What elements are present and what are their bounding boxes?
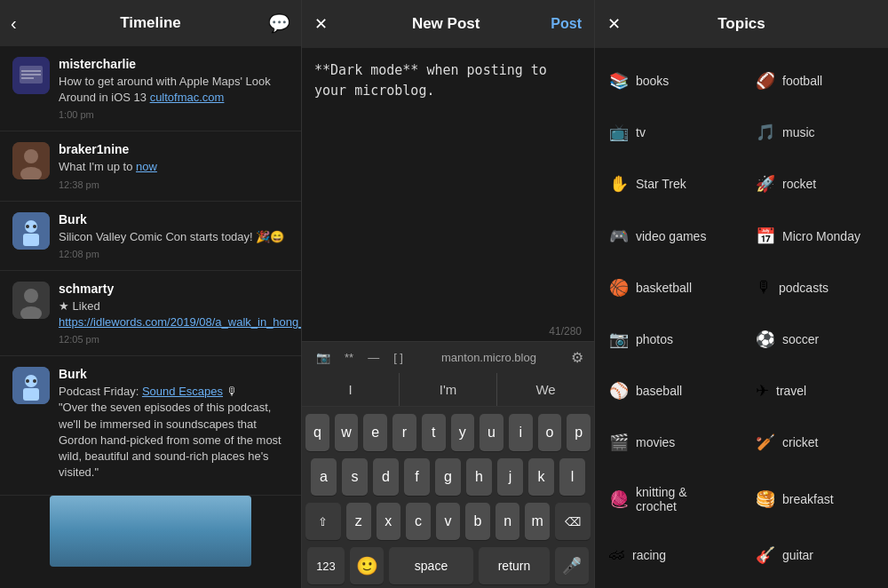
key-d[interactable]: d bbox=[373, 458, 399, 496]
char-count: 41/280 bbox=[302, 322, 594, 341]
topic-item-startrek[interactable]: ✋ Star Trek bbox=[595, 158, 741, 210]
topic-item-baseball[interactable]: ⚾ baseball bbox=[595, 365, 741, 417]
topic-item-micromonday[interactable]: 📅 Micro Monday bbox=[741, 211, 888, 262]
key-n[interactable]: n bbox=[496, 503, 520, 540]
topic-item-tv[interactable]: 📺 tv bbox=[595, 107, 741, 158]
keyboard-row-2: a s d f g h j k l bbox=[305, 458, 591, 496]
topic-item-guitar[interactable]: 🎸 guitar bbox=[741, 529, 888, 581]
list-item: Burk Podcast Friday: Sound Escapes 🎙 "Ov… bbox=[0, 356, 301, 496]
topic-label: music bbox=[782, 125, 815, 139]
post-toolbar: 📷 ** — [ ] manton.micro.blog ⚙ bbox=[302, 341, 594, 373]
topic-item-cricket[interactable]: 🏏 cricket bbox=[741, 417, 888, 468]
feed-time: 12:38 pm bbox=[59, 179, 289, 190]
key-b[interactable]: b bbox=[465, 503, 490, 540]
post-textarea[interactable]: **Dark mode** when posting to your micro… bbox=[302, 48, 594, 197]
topic-item-books[interactable]: 📚 books bbox=[595, 55, 741, 107]
return-key[interactable]: return bbox=[479, 547, 550, 584]
shift-key[interactable]: ⇧ bbox=[305, 503, 341, 540]
topic-emoji: 📺 bbox=[609, 123, 629, 142]
topics-header: ✕ Topics bbox=[595, 0, 888, 48]
topic-item-breakfast[interactable]: 🥞 breakfast bbox=[741, 469, 888, 529]
dash-button[interactable]: — bbox=[364, 349, 383, 366]
topic-item-movies[interactable]: 🎬 movies bbox=[595, 417, 741, 468]
topic-emoji: ✈ bbox=[756, 381, 769, 401]
topic-emoji: 🏀 bbox=[609, 278, 629, 298]
feed-link[interactable]: Sound Escapes bbox=[142, 385, 223, 398]
feed-username: mistercharlie bbox=[59, 57, 289, 71]
avatar bbox=[12, 57, 50, 94]
topic-emoji: 📅 bbox=[756, 226, 775, 246]
camera-button[interactable]: 📷 bbox=[313, 349, 334, 366]
key-v[interactable]: v bbox=[436, 503, 461, 540]
keyboard-bottom-row: 123 🙂 space return 🎤 bbox=[305, 547, 591, 584]
key-p[interactable]: p bbox=[567, 414, 591, 451]
feed-link[interactable]: cultofmac.com bbox=[150, 91, 225, 104]
key-e[interactable]: e bbox=[363, 414, 387, 451]
feed-time: 12:05 pm bbox=[59, 334, 301, 345]
avatar bbox=[12, 367, 50, 404]
key-i[interactable]: i bbox=[509, 414, 533, 451]
newpost-panel: ✕ New Post Post **Dark mode** when posti… bbox=[302, 0, 595, 588]
topic-label: baseball bbox=[636, 384, 682, 398]
topic-item-racing[interactable]: 🏎 racing bbox=[595, 529, 741, 581]
newpost-header: ✕ New Post Post bbox=[302, 0, 594, 48]
key-l[interactable]: l bbox=[559, 458, 585, 496]
feed-link[interactable]: https://idlewords.com/2019/08/a_walk_in_… bbox=[59, 315, 301, 329]
emoji-key[interactable]: 🙂 bbox=[350, 547, 384, 584]
topic-emoji: 🚀 bbox=[756, 174, 775, 194]
topic-item-podcasts[interactable]: 🎙 podcasts bbox=[741, 262, 888, 314]
feed-text: What I'm up to now bbox=[59, 159, 289, 175]
topic-item-football[interactable]: 🏈 football bbox=[741, 55, 888, 107]
mic-key[interactable]: 🎤 bbox=[555, 547, 589, 584]
topic-item-basketball[interactable]: 🏀 basketball bbox=[595, 262, 741, 314]
avatar bbox=[12, 142, 50, 179]
topic-emoji: 🎙 bbox=[756, 278, 772, 297]
topic-item-photos[interactable]: 📷 photos bbox=[595, 314, 741, 365]
topic-label: football bbox=[782, 74, 822, 88]
key-a[interactable]: a bbox=[311, 458, 337, 496]
key-y[interactable]: y bbox=[451, 414, 475, 451]
key-g[interactable]: g bbox=[435, 458, 461, 496]
key-x[interactable]: x bbox=[377, 503, 401, 540]
topic-item-rocket[interactable]: 🚀 rocket bbox=[741, 158, 888, 210]
key-q[interactable]: q bbox=[305, 414, 329, 451]
num-key[interactable]: 123 bbox=[307, 547, 345, 584]
key-c[interactable]: c bbox=[406, 503, 431, 540]
key-u[interactable]: u bbox=[480, 414, 503, 451]
key-s[interactable]: s bbox=[342, 458, 368, 496]
topic-item-music[interactable]: 🎵 music bbox=[741, 107, 888, 158]
key-w[interactable]: w bbox=[335, 414, 359, 451]
list-item: schmarty ★ Likedhttps://idlewords.com/20… bbox=[0, 271, 301, 356]
topic-item-soccer[interactable]: ⚽ soccer bbox=[741, 314, 888, 365]
key-h[interactable]: h bbox=[466, 458, 492, 496]
back-button[interactable]: ‹ bbox=[11, 13, 17, 34]
key-k[interactable]: k bbox=[528, 458, 554, 496]
key-f[interactable]: f bbox=[404, 458, 430, 496]
topic-item-travel[interactable]: ✈ travel bbox=[741, 365, 888, 417]
autocomplete-item[interactable]: I'm bbox=[400, 373, 497, 406]
topic-label: podcasts bbox=[779, 281, 829, 295]
bold-button[interactable]: ** bbox=[341, 349, 357, 366]
backspace-key[interactable]: ⌫ bbox=[555, 503, 591, 540]
key-z[interactable]: z bbox=[346, 503, 371, 540]
autocomplete-item[interactable]: We bbox=[497, 373, 594, 406]
feed-text: ★ Likedhttps://idlewords.com/2019/08/a_w… bbox=[59, 298, 301, 330]
topic-item-knitting[interactable]: 🧶 knitting & crochet bbox=[595, 469, 741, 529]
close-button[interactable]: ✕ bbox=[314, 14, 341, 34]
key-m[interactable]: m bbox=[525, 503, 550, 540]
topics-close-button[interactable]: ✕ bbox=[607, 14, 634, 34]
key-j[interactable]: j bbox=[497, 458, 523, 496]
key-t[interactable]: t bbox=[422, 414, 446, 451]
space-key[interactable]: space bbox=[389, 547, 473, 584]
topic-emoji: ✋ bbox=[609, 174, 629, 194]
post-button[interactable]: Post bbox=[551, 16, 582, 32]
feed-link[interactable]: now bbox=[136, 160, 157, 173]
topic-item-videogames[interactable]: 🎮 video games bbox=[595, 211, 741, 262]
key-o[interactable]: o bbox=[538, 414, 562, 451]
key-r[interactable]: r bbox=[392, 414, 416, 451]
settings-button[interactable]: ⚙ bbox=[571, 349, 583, 366]
topic-label: movies bbox=[636, 435, 675, 449]
compose-button[interactable]: 💬 bbox=[268, 12, 290, 34]
bracket-button[interactable]: [ ] bbox=[390, 349, 407, 366]
autocomplete-item[interactable]: I bbox=[302, 373, 400, 406]
